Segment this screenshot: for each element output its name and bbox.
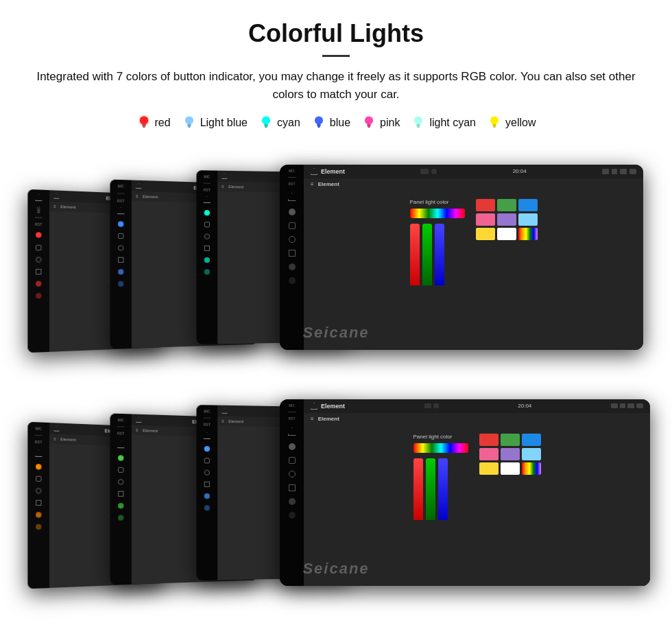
home-2 bbox=[136, 182, 141, 188]
swatch-rainbow[interactable] bbox=[518, 228, 538, 240]
ind-c2 bbox=[204, 269, 210, 274]
pwr-3[interactable] bbox=[204, 210, 210, 215]
bar-blue-bot bbox=[438, 458, 448, 520]
ind-b1 bbox=[118, 269, 123, 274]
swatch-white[interactable] bbox=[497, 228, 516, 240]
swatch-blue[interactable] bbox=[518, 199, 538, 211]
swatches-grid-top bbox=[476, 199, 538, 240]
svg-point-6 bbox=[262, 116, 270, 124]
ic-mb2 bbox=[289, 471, 296, 478]
swatch-pink[interactable] bbox=[476, 213, 495, 226]
swatch-lightblue[interactable] bbox=[518, 213, 538, 226]
page-header: Colorful Lights Integrated with 7 colors… bbox=[0, 0, 672, 151]
sw-bot-white[interactable] bbox=[501, 462, 520, 475]
topbar-home bbox=[311, 168, 317, 175]
swatch-yellow[interactable] bbox=[476, 228, 495, 240]
home-b3 bbox=[204, 432, 211, 439]
swatch-purple[interactable] bbox=[497, 213, 516, 226]
sw-bot-green[interactable] bbox=[501, 434, 520, 446]
color-label-lightcyan: light cyan bbox=[429, 117, 476, 129]
sw-bot-rainbow[interactable] bbox=[522, 462, 541, 475]
svg-rect-2 bbox=[143, 126, 145, 128]
tb-ic-5 bbox=[620, 169, 627, 174]
mic-b3: MIC bbox=[204, 409, 210, 413]
svg-rect-11 bbox=[317, 126, 320, 128]
svg-point-0 bbox=[139, 116, 147, 124]
pwr-b1[interactable] bbox=[36, 464, 41, 469]
icb2-1 bbox=[118, 467, 123, 473]
ind-b1-1 bbox=[36, 512, 41, 517]
svg-rect-1 bbox=[142, 123, 145, 126]
topbar-element: Element bbox=[321, 168, 345, 175]
pwr-mb[interactable] bbox=[289, 443, 296, 450]
mic-main: MIC bbox=[289, 169, 295, 173]
sw-bot-purple[interactable] bbox=[501, 448, 520, 460]
svg-rect-14 bbox=[368, 126, 370, 128]
svg-rect-4 bbox=[187, 123, 191, 126]
sw-bot-yellow[interactable] bbox=[479, 462, 499, 475]
svg-rect-19 bbox=[492, 123, 496, 126]
power-button[interactable] bbox=[36, 232, 41, 237]
mic-b1: MIC bbox=[35, 426, 42, 431]
icb1-2 bbox=[36, 488, 41, 493]
icon-b2 bbox=[118, 245, 123, 250]
ic-m1 bbox=[289, 222, 296, 229]
swatch-red[interactable] bbox=[476, 199, 495, 211]
tb-bt-4 bbox=[620, 403, 625, 408]
device-label-1: MIC bbox=[36, 207, 40, 213]
nav-b2: Element bbox=[143, 428, 158, 433]
panel-light-bot: Panel light color bbox=[413, 434, 468, 520]
sw-bot-pink[interactable] bbox=[479, 448, 499, 460]
home-b1 bbox=[35, 449, 43, 457]
ind-b2 bbox=[118, 281, 123, 286]
sw-bot-red[interactable] bbox=[479, 434, 499, 446]
ic-m4 bbox=[289, 263, 296, 270]
svg-rect-10 bbox=[317, 123, 320, 126]
ic-m2 bbox=[289, 236, 296, 243]
icb1-3 bbox=[36, 499, 41, 505]
sw-bot-blue[interactable] bbox=[522, 434, 541, 446]
sidebar-icon-home bbox=[36, 245, 41, 250]
tb-icon-1 bbox=[420, 169, 429, 174]
sidebar-b1: MIC RST bbox=[27, 421, 49, 588]
pwr-b2[interactable] bbox=[118, 455, 123, 460]
svg-point-12 bbox=[365, 116, 373, 124]
mic-b2: MIC bbox=[117, 418, 124, 422]
div-main bbox=[288, 177, 296, 178]
color-label-yellow: yellow bbox=[505, 117, 536, 129]
device-sidebar-3: MIC RST bbox=[196, 170, 217, 344]
device-card-main-bot: MIC RST Element bbox=[280, 399, 650, 586]
nav-element-label-1: Element bbox=[60, 204, 75, 209]
home-3 bbox=[204, 196, 211, 202]
ic-mb5 bbox=[289, 512, 296, 519]
icb1-1 bbox=[36, 475, 41, 481]
mic-label-2: MIC bbox=[117, 184, 124, 188]
svg-rect-5 bbox=[188, 126, 190, 128]
color-item-blue: blue bbox=[311, 114, 350, 132]
power-btn-2[interactable] bbox=[118, 221, 123, 226]
divider-line bbox=[35, 217, 43, 217]
pwr-main[interactable] bbox=[289, 209, 296, 215]
swatches-bot bbox=[479, 434, 541, 475]
icon-b1 bbox=[118, 233, 123, 239]
main-screen-bot: Element 20:04 bbox=[304, 399, 650, 586]
swatch-green[interactable] bbox=[497, 199, 516, 211]
top-devices-row: MIC RST El bbox=[12, 151, 660, 350]
rst-label-2: RST bbox=[117, 198, 124, 202]
home-main bbox=[288, 193, 296, 201]
svg-rect-16 bbox=[417, 123, 420, 126]
sw-bot-lightblue[interactable] bbox=[522, 448, 541, 460]
swatches-section bbox=[476, 199, 538, 240]
div-b3 bbox=[204, 417, 211, 418]
bulb-icon-lightcyan bbox=[411, 114, 426, 132]
bar-blue bbox=[435, 224, 444, 285]
divider bbox=[117, 193, 124, 193]
pwr-b3[interactable] bbox=[204, 446, 210, 451]
main-nav-label: Element bbox=[318, 181, 339, 187]
panel-light-label-bot: Panel light color bbox=[413, 434, 468, 440]
color-bars-bot bbox=[413, 458, 468, 520]
indicator-1 bbox=[36, 281, 41, 286]
rst-label: RST bbox=[35, 222, 43, 226]
bar-red-bot bbox=[413, 458, 423, 520]
ind-b2-1 bbox=[118, 503, 123, 508]
